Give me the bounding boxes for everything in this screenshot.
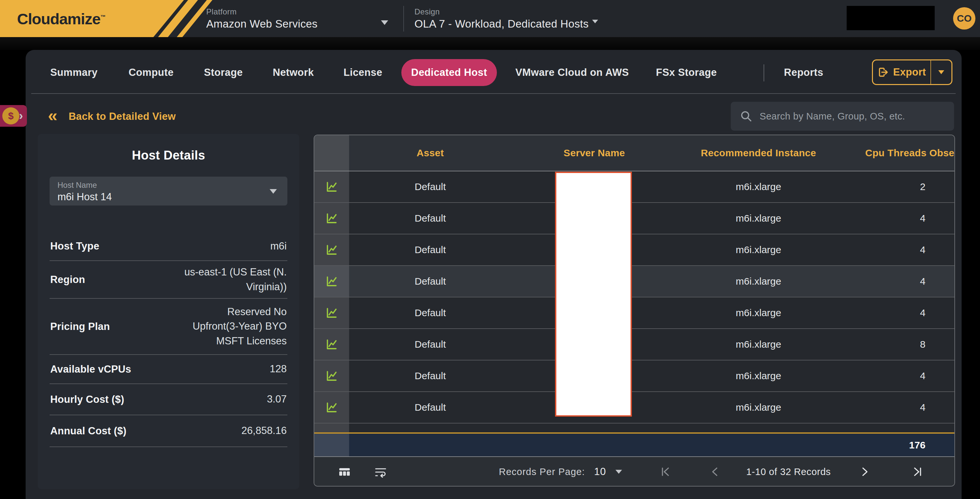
open-chart-button[interactable] (314, 234, 349, 265)
open-chart-button[interactable] (314, 172, 349, 202)
tab-fsx-storage[interactable]: FSx Storage (656, 67, 717, 78)
cell-cpu-threads: 4 (840, 402, 955, 413)
cell-cpu-threads: 4 (840, 213, 955, 224)
tab-reports[interactable]: Reports (784, 67, 823, 78)
records-per-page-select[interactable]: Records Per Page: 10 (499, 466, 622, 478)
search-box[interactable] (731, 102, 954, 131)
column-header-recommended-instance[interactable]: Recommended Instance (677, 148, 840, 159)
table-header: Asset Server Name Recommended Instance C… (314, 135, 955, 172)
line-chart-icon (325, 337, 339, 351)
column-header-server-name[interactable]: Server Name (511, 148, 677, 159)
table-row: Default m6i.xlarge 2 (314, 172, 955, 203)
open-chart-button[interactable] (314, 266, 349, 297)
detail-label: Annual Cost ($) (50, 425, 126, 437)
cell-recommended-instance: m6i.xlarge (677, 181, 840, 192)
redaction-box (847, 6, 935, 30)
pagination-next-page-button[interactable] (858, 465, 871, 478)
open-chart-button[interactable] (314, 361, 349, 391)
tab-storage[interactable]: Storage (204, 67, 243, 78)
cell-cpu-threads: 4 (840, 276, 955, 287)
line-chart-icon (325, 400, 339, 415)
chevron-down-icon (381, 21, 388, 25)
cell-recommended-instance: m6i.xlarge (677, 370, 840, 381)
back-link-label: Back to Detailed View (68, 111, 176, 122)
pagination-previous-page-button[interactable] (709, 465, 722, 478)
detail-value: 26,858.16 (242, 423, 287, 438)
host-detail-row: Host Type m6i (49, 232, 287, 261)
pagination-last-page-button[interactable] (911, 465, 924, 478)
line-chart-icon (325, 243, 339, 257)
chevron-down-icon (938, 70, 944, 74)
chevron-left-icon (709, 465, 722, 478)
app-root: { "colors": { "gold": "#eeb044", "pill":… (0, 0, 980, 499)
wrap-text-button[interactable] (374, 465, 387, 478)
cell-recommended-instance: m6i.xlarge (677, 244, 840, 256)
topbar-divider (403, 6, 404, 32)
records-per-page-value: 10 (594, 466, 606, 478)
line-chart-icon (325, 306, 339, 320)
table-footer: Records Per Page: 10 1-10 of 32 Records (314, 456, 955, 486)
chevron-right-icon (858, 465, 871, 478)
table-row: Default m6i.xlarge 4 (314, 234, 955, 266)
cloudamize-logo: Cloudamize™ (0, 0, 237, 37)
export-icon (878, 67, 889, 78)
design-select[interactable]: Design OLA 7 - Workload, Dedicated Hosts (414, 0, 605, 37)
table-row: Default m6i.xlarge 8 (314, 329, 955, 361)
cell-cpu-threads: 2 (840, 181, 955, 192)
chevron-down-icon (592, 20, 598, 23)
platform-value: Amazon Web Services (206, 18, 318, 30)
platform-label: Platform (206, 7, 237, 16)
chart-column-header (314, 135, 349, 171)
open-chart-button[interactable] (314, 203, 349, 234)
tab-summary[interactable]: Summary (50, 67, 97, 78)
host-name-select[interactable]: Host Name m6i Host 14 (49, 176, 287, 205)
back-to-detailed-view-link[interactable]: « Back to Detailed View (48, 109, 176, 124)
cell-asset: Default (349, 339, 511, 350)
export-button[interactable]: Export (872, 59, 952, 85)
host-details-title: Host Details (38, 148, 299, 162)
detail-label: Hourly Cost ($) (50, 394, 124, 405)
detail-label: Available vCPUs (50, 364, 131, 375)
tab-network[interactable]: Network (273, 67, 313, 78)
tab-license[interactable]: License (344, 67, 382, 78)
table-body: Default m6i.xlarge 2 Default m6i.xlarge … (314, 172, 955, 423)
detail-label: Pricing Plan (50, 321, 110, 332)
export-split-divider (931, 60, 931, 84)
table-row: Default m6i.xlarge 4 (314, 203, 955, 234)
cell-asset: Default (349, 244, 511, 256)
pagination-first-page-button[interactable] (659, 465, 672, 478)
cell-recommended-instance: m6i.xlarge (677, 402, 840, 413)
cell-recommended-instance: m6i.xlarge (677, 307, 840, 318)
detail-label: Region (50, 274, 85, 286)
open-chart-button[interactable] (314, 297, 349, 328)
cell-cpu-threads: 4 (840, 244, 955, 256)
host-detail-row: Pricing Plan Reserved No Upfront(3-Year)… (49, 299, 287, 355)
table-row: Default m6i.xlarge 4 (314, 392, 955, 423)
table-row: Default m6i.xlarge 4 (314, 297, 955, 329)
open-chart-button[interactable] (314, 329, 349, 360)
line-chart-icon (325, 180, 339, 194)
open-chart-button[interactable] (314, 392, 349, 423)
cell-recommended-instance: m6i.xlarge (677, 339, 840, 350)
top-bar: Cloudamize™ Platform Amazon Web Services… (0, 0, 980, 37)
export-main[interactable]: Export (873, 60, 931, 84)
currency-side-tab[interactable]: $ › (0, 105, 27, 127)
search-input[interactable] (760, 111, 945, 122)
column-header-asset[interactable]: Asset (349, 148, 511, 159)
column-header-cpu-threads[interactable]: Cpu Threads Obse (840, 148, 955, 159)
tab-dedicated-host-active[interactable]: Dedicated Host (401, 59, 497, 86)
host-details-list: Host Type m6i Region us-east-1 (US East … (49, 232, 287, 447)
tab-compute[interactable]: Compute (129, 67, 173, 78)
nav-divider (764, 64, 764, 81)
host-detail-row: Region us-east-1 (US East (N. Virginia)) (49, 261, 287, 299)
chevron-right-icon: › (19, 110, 23, 122)
tab-vmware-cloud-on-aws[interactable]: VMware Cloud on AWS (515, 67, 629, 78)
host-name-label: Host Name (57, 181, 97, 190)
platform-select[interactable]: Platform Amazon Web Services (206, 0, 390, 37)
records-per-page-label: Records Per Page: (499, 467, 585, 477)
cell-asset: Default (349, 307, 511, 318)
user-avatar[interactable]: CO (953, 7, 975, 30)
column-settings-button[interactable] (338, 465, 351, 478)
line-chart-icon (325, 274, 339, 289)
export-dropdown-toggle[interactable] (931, 70, 951, 74)
